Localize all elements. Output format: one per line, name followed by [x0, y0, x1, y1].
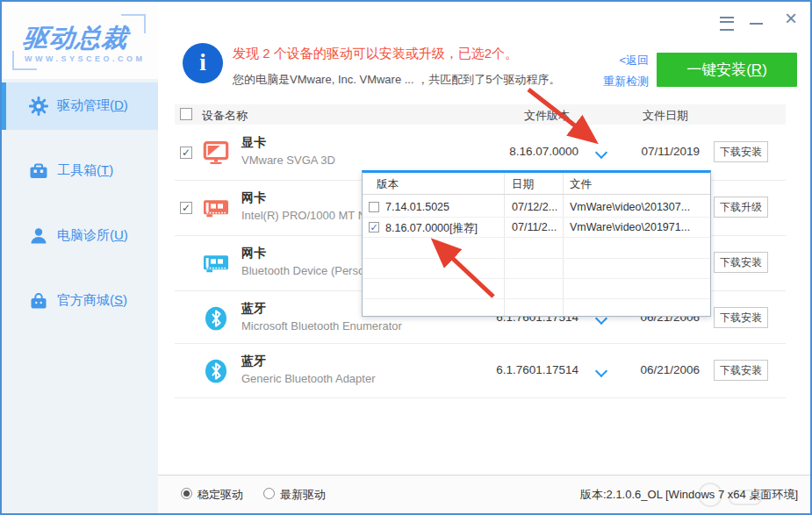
- popup-date: 07/11/2...: [512, 221, 557, 233]
- gear-icon: [28, 96, 49, 117]
- back-link[interactable]: <返回: [581, 50, 649, 71]
- stable-driver-label[interactable]: 稳定驱动: [198, 487, 243, 503]
- select-all-checkbox[interactable]: [180, 108, 192, 120]
- device-name: Microsoft Bluetooth Enumerator: [241, 319, 402, 333]
- stable-driver-radio[interactable]: [181, 488, 192, 499]
- sidebar-item-label: 电脑诊所(U): [57, 227, 128, 244]
- chevron-down-icon[interactable]: [595, 147, 607, 159]
- bag-icon: [28, 290, 49, 311]
- minimize-icon[interactable]: [750, 23, 763, 25]
- toolbox-icon: [28, 161, 49, 182]
- recheck-link[interactable]: 重新检测: [581, 71, 649, 92]
- active-indicator: [2, 82, 6, 130]
- sidebar-item-label: 官方商城(S): [57, 292, 127, 309]
- device-checkbox[interactable]: ✓: [180, 202, 192, 214]
- version-checkbox[interactable]: ✓: [369, 222, 379, 232]
- device-checkbox[interactable]: ✓: [180, 147, 192, 159]
- status-headline: 发现 2 个设备的驱动可以安装或升级，已选2个。: [233, 46, 518, 62]
- popup-date: 07/12/2...: [512, 201, 557, 213]
- popup-row-divider: [363, 258, 710, 259]
- popup-version: 8.16.07.0000[推荐]: [385, 221, 478, 236]
- column-device-name: 设备名称: [202, 108, 248, 124]
- popup-version-row[interactable]: 7.14.01.5025 07/12/2... VmWare\video\201…: [363, 197, 710, 218]
- popup-column-file: 文件: [570, 177, 592, 192]
- app-logo-url: WWW.SYSCEO.COM: [25, 54, 146, 63]
- one-click-install-button[interactable]: 一键安装(R): [657, 53, 797, 87]
- download-action-button[interactable]: 下载升级: [714, 197, 768, 218]
- popup-row-divider: [363, 298, 710, 299]
- popup-header: 版本 日期 文件: [363, 173, 710, 195]
- download-action-button[interactable]: 下载安装: [714, 307, 768, 328]
- device-name: Intel(R) PRO/1000 MT Ne: [241, 209, 372, 222]
- device-type: 显卡: [241, 135, 266, 151]
- device-type: 网卡: [241, 190, 266, 206]
- device-name: VMware SVGA 3D: [241, 154, 335, 167]
- close-icon[interactable]: ×: [781, 9, 801, 28]
- sidebar-item-label: 驱动管理(D): [57, 97, 128, 114]
- sidebar-item-label: 工具箱(T): [57, 162, 113, 179]
- file-version: 6.1.7601.17514: [484, 363, 578, 376]
- table-header: 设备名称 文件版本 文件日期: [175, 104, 786, 125]
- popup-version: 7.14.01.5025: [385, 201, 449, 213]
- device-name: Generic Bluetooth Adapter: [241, 372, 376, 385]
- display-icon: [202, 139, 230, 167]
- bluetooth-icon: [202, 304, 230, 333]
- popup-column-date: 日期: [512, 177, 534, 192]
- active-indicator: [2, 147, 6, 195]
- table-row: 蓝牙 Generic Bluetooth Adapter6.1.7601.175…: [175, 344, 786, 398]
- header-links: <返回 重新检测: [581, 50, 649, 92]
- network-card-icon: [202, 194, 230, 222]
- latest-driver-label[interactable]: 最新驱动: [280, 487, 326, 503]
- info-icon: i: [183, 43, 223, 83]
- version-dropdown-panel: 版本 日期 文件 7.14.01.5025 07/12/2... VmWare\…: [362, 170, 711, 317]
- download-action-button[interactable]: 下载安装: [714, 141, 768, 162]
- device-type: 网卡: [241, 246, 266, 261]
- device-type: 蓝牙: [241, 301, 266, 317]
- latest-driver-radio[interactable]: [263, 488, 275, 499]
- file-date: 06/21/2006: [624, 363, 700, 376]
- sidebar-item-driver-management[interactable]: 驱动管理(D): [2, 82, 158, 130]
- file-version: 8.16.07.0000: [484, 145, 578, 158]
- popup-version-row[interactable]: ✓ 8.16.07.0000[推荐] 07/11/2... VmWare\vid…: [363, 218, 710, 238]
- device-name: Bluetooth Device (Persona: [241, 264, 377, 277]
- app-version-text: 版本:2.1.0.6_OL [Windows 7 x64 桌面环境]: [580, 487, 798, 503]
- popup-file: VmWare\video\201971...: [570, 221, 707, 233]
- menu-icon[interactable]: [720, 17, 734, 31]
- logo: 驱动总裁 WWW.SYSCEO.COM: [2, 2, 158, 79]
- column-file-date: 文件日期: [643, 108, 688, 124]
- popup-column-version: 版本: [377, 177, 399, 192]
- app-window: 驱动总裁 WWW.SYSCEO.COM 驱动管理(D) 工具箱(T) 电脑诊所(…: [0, 0, 812, 515]
- sidebar-item-pc-clinic[interactable]: 电脑诊所(U): [2, 212, 158, 260]
- device-type: 蓝牙: [241, 354, 266, 369]
- user-icon: [28, 225, 49, 247]
- bluetooth-icon: [202, 357, 230, 385]
- file-date: 07/11/2019: [624, 145, 700, 158]
- chevron-down-icon[interactable]: [595, 365, 607, 377]
- active-indicator: [2, 212, 6, 260]
- popup-row-divider: [363, 278, 710, 279]
- download-action-button[interactable]: 下载安装: [714, 360, 768, 381]
- download-action-button[interactable]: 下载安装: [714, 252, 768, 273]
- status-subline: 您的电脑是VMware, Inc. VMware ... ，共匹配到了5个驱动程…: [233, 72, 560, 88]
- sidebar-item-official-store[interactable]: 官方商城(S): [2, 277, 158, 325]
- footer-bar: 稳定驱动 最新驱动 版本:2.1.0.6_OL [Windows 7 x64 桌…: [158, 475, 810, 513]
- network-card-icon: [202, 249, 230, 277]
- version-checkbox[interactable]: [369, 202, 379, 212]
- sidebar: 驱动总裁 WWW.SYSCEO.COM 驱动管理(D) 工具箱(T) 电脑诊所(…: [2, 2, 158, 513]
- active-indicator: [2, 277, 6, 325]
- popup-file: VmWare\video\201307...: [570, 201, 707, 213]
- app-logo-title: 驱动总裁: [21, 21, 130, 56]
- column-file-version: 文件版本: [524, 108, 570, 124]
- sidebar-item-toolbox[interactable]: 工具箱(T): [2, 147, 158, 195]
